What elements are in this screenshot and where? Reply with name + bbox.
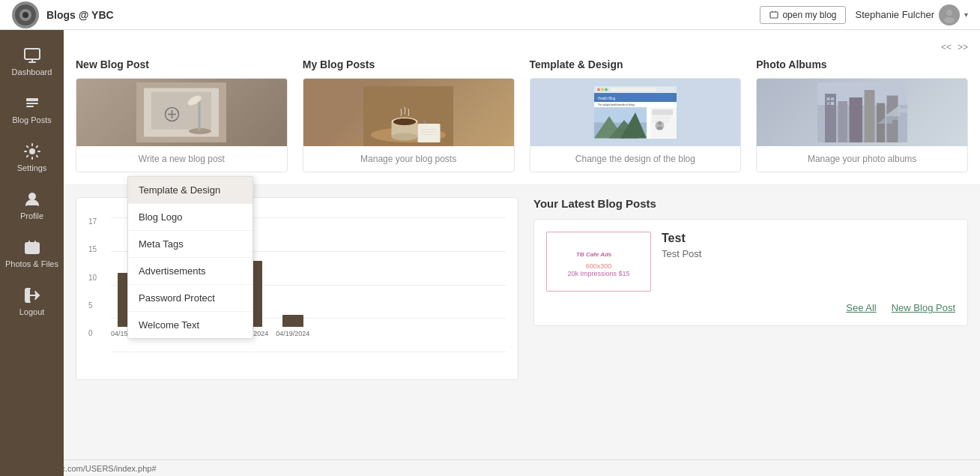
sidebar-item-blog-posts[interactable]: Blog Posts [0, 85, 64, 133]
ad-size: 600x300 [586, 262, 612, 270]
cards-row: New Blog Post [76, 58, 968, 172]
svg-text:TB Cafe Ads: TB Cafe Ads [576, 251, 612, 258]
user-dropdown-arrow[interactable]: ▾ [964, 10, 968, 19]
svg-rect-8 [26, 103, 38, 104]
sidebar-item-settings[interactable]: Settings [0, 133, 64, 181]
dropdown-item-advertisements[interactable]: Advertisements [128, 258, 252, 285]
card-img-new-blog [76, 79, 287, 146]
y-label-5: 5 [88, 301, 97, 310]
svg-point-38 [601, 88, 604, 91]
svg-text:The multiple health benefits o: The multiple health benefits of hiking [598, 103, 635, 106]
sidebar-label-settings: Settings [17, 163, 47, 172]
latest-post-row: TB Cafe Ads 600x300 20k Impressions $15 … [546, 232, 955, 292]
nav-arrows: << >> [76, 42, 968, 52]
sidebar-item-profile[interactable]: Profile [0, 181, 64, 229]
new-blog-post-link[interactable]: New Blog Post [892, 302, 955, 313]
top-section: << >> New Blog Post [64, 30, 980, 185]
dropdown-item-password-protect[interactable]: Password Protect [128, 285, 252, 312]
avatar [939, 4, 960, 25]
latest-section: Your Latest Blog Posts TB Cafe Ads 600x3… [533, 197, 968, 380]
svg-point-27 [392, 133, 418, 141]
main-container: Dashboard Blog Posts Settings Profile Ph… [0, 30, 980, 476]
svg-rect-50 [652, 109, 673, 115]
dropdown-item-template-design[interactable]: Template & Design [128, 177, 252, 204]
prev-arrow[interactable]: << [941, 42, 952, 52]
card-new-blog[interactable]: Write a new blog post [76, 78, 288, 172]
svg-rect-40 [611, 88, 656, 91]
card-my-blog[interactable]: Manage your blog posts [303, 78, 515, 172]
svg-point-39 [605, 88, 608, 91]
dropdown-item-welcome-text[interactable]: Welcome Text [128, 312, 252, 338]
svg-rect-9 [26, 106, 34, 107]
y-label-17: 17 [88, 217, 97, 226]
post-title: Test [662, 232, 955, 245]
settings-dropdown-menu: Template & Design Blog Logo Meta Tags Ad… [127, 176, 253, 339]
card-desc-my-blog: Manage your blog posts [303, 146, 514, 172]
svg-point-28 [393, 118, 416, 125]
dropdown-item-meta-tags[interactable]: Meta Tags [128, 231, 252, 258]
card-template-design: Template & Design [530, 58, 742, 172]
card-title-photo-albums: Photo Albums [756, 58, 968, 78]
open-blog-button[interactable]: open my blog [760, 6, 846, 24]
ad-logo: TB Cafe Ads [576, 246, 621, 262]
card-title-new-blog: New Blog Post [76, 58, 288, 78]
svg-rect-61 [864, 90, 874, 142]
card-new-blog-post: New Blog Post [76, 58, 288, 172]
ad-price: 20k Impressions $15 [567, 270, 629, 277]
user-name: Stephanie Fulcher [855, 9, 934, 20]
svg-point-55 [656, 127, 662, 130]
card-template[interactable]: Health Blog The multiple health benefits… [530, 78, 742, 172]
card-img-photo-albums [757, 79, 967, 146]
card-desc-template: Change the design of the blog [530, 146, 741, 172]
svg-rect-18 [199, 101, 201, 131]
y-label-0: 0 [88, 329, 97, 337]
see-all-link[interactable]: See All [846, 302, 876, 313]
status-bar: www.blogsatybc.com/USERS/index.php# [0, 460, 980, 476]
svg-rect-16 [151, 92, 211, 130]
svg-point-4 [946, 10, 952, 16]
sidebar: Dashboard Blog Posts Settings Profile Ph… [0, 30, 64, 476]
latest-actions: See All New Blog Post [546, 302, 955, 313]
svg-point-5 [944, 17, 955, 23]
next-arrow[interactable]: >> [958, 42, 968, 52]
gridline-0 [111, 352, 506, 352]
card-img-health-blog: Health Blog The multiple health benefits… [530, 79, 741, 146]
sidebar-item-dashboard[interactable]: Dashboard [0, 37, 64, 85]
header-right: open my blog Stephanie Fulcher ▾ [760, 4, 968, 25]
svg-rect-66 [826, 102, 829, 105]
sidebar-item-logout[interactable]: Logout [0, 277, 64, 325]
svg-rect-65 [831, 97, 834, 100]
latest-title: Your Latest Blog Posts [533, 197, 968, 210]
svg-point-10 [30, 149, 34, 154]
svg-point-37 [597, 88, 600, 91]
svg-rect-58 [825, 94, 836, 142]
card-my-blog-posts: My Blog Posts [303, 58, 515, 172]
svg-point-54 [658, 121, 662, 125]
sidebar-label-dashboard: Dashboard [12, 67, 52, 76]
chart-y-labels: 0 5 10 15 17 [88, 217, 97, 337]
y-label-10: 10 [88, 274, 97, 282]
post-excerpt: Test Post [662, 248, 955, 259]
card-title-my-blog: My Blog Posts [303, 58, 515, 78]
user-info: Stephanie Fulcher ▾ [855, 4, 968, 25]
card-title-template: Template & Design [530, 58, 742, 78]
y-label-15: 15 [88, 245, 97, 253]
chart-bar-4 [282, 315, 303, 327]
dropdown-item-blog-logo[interactable]: Blog Logo [128, 204, 252, 231]
app-logo [12, 1, 39, 28]
svg-rect-67 [831, 102, 834, 105]
svg-rect-7 [26, 98, 38, 101]
svg-rect-12 [25, 243, 39, 253]
open-blog-label: open my blog [782, 10, 836, 20]
sidebar-item-photos-files[interactable]: Photos & Files [0, 229, 64, 277]
chart-label-4: 04/19/2024 [276, 330, 309, 337]
card-photo-albums[interactable]: Manage your photo albums [756, 78, 968, 172]
svg-rect-60 [849, 97, 862, 142]
header: Blogs @ YBC open my blog Stephanie Fulch… [0, 0, 980, 30]
svg-rect-59 [838, 101, 847, 142]
svg-rect-6 [25, 49, 40, 59]
chart-bar-group-4: 04/19/2024 [276, 315, 309, 337]
card-desc-new-blog: Write a new blog post [76, 146, 287, 172]
sidebar-label-photos-files: Photos & Files [5, 259, 58, 268]
card-img-coffee [303, 79, 514, 146]
